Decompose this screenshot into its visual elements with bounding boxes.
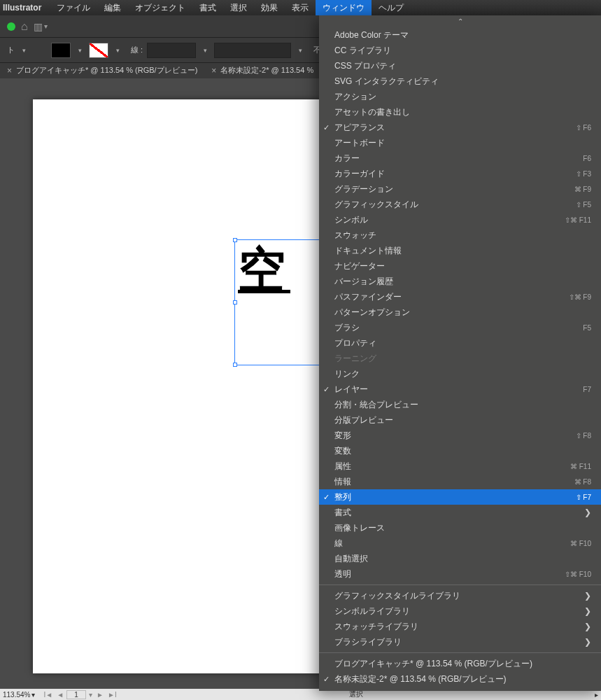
selection-handle[interactable] [233, 238, 237, 242]
menu-オブジェクト[interactable]: オブジェクト [128, 0, 192, 15]
close-tab-icon[interactable]: × [211, 66, 216, 76]
menu-item[interactable]: 属性⌘ F11 [319, 458, 601, 474]
brush-field[interactable] [214, 43, 291, 58]
menu-item[interactable]: 書式❯ [319, 505, 601, 520]
menu-item[interactable]: プロパティ [319, 335, 601, 351]
menu-item[interactable]: スウォッチ [319, 227, 601, 243]
document-tab[interactable]: ×ブログアイキャッチ* @ 113.54 % (RGB/プレビュー) [0, 63, 204, 78]
menu-item[interactable]: グラフィックスタイル⇧ F5 [319, 197, 601, 212]
menu-item[interactable]: ✓名称未設定-2* @ 113.54 % (RGB/プレビュー) [319, 671, 601, 687]
stroke-dropdown[interactable]: ▾ [113, 43, 122, 58]
menubar: Illustrator ファイル編集オブジェクト書式選択効果表示ウィンドウヘルプ [0, 0, 601, 15]
menu-item[interactable]: パスファインダー⇧⌘ F9 [319, 289, 601, 304]
menu-item-label: グラデーション [334, 183, 393, 195]
status-menu[interactable]: ▸ [595, 691, 598, 699]
menu-item[interactable]: 変数 [319, 443, 601, 458]
menu-item[interactable]: リンク [319, 366, 601, 382]
menu-item-label: 整列 [334, 491, 351, 503]
first-artboard-button[interactable]: I◄ [42, 691, 54, 699]
submenu-chevron-icon: ❯ [584, 507, 591, 517]
menu-scroll-up[interactable]: ⌃ [319, 15, 601, 27]
menu-item[interactable]: ドキュメント情報 [319, 243, 601, 258]
menu-item[interactable]: 透明⇧⌘ F10 [319, 566, 601, 582]
menu-item[interactable]: 変形⇧ F8 [319, 428, 601, 443]
home-icon[interactable]: ⌂ [21, 20, 28, 33]
stroke-swatch[interactable] [89, 43, 108, 58]
menu-item[interactable]: 分割・統合プレビュー [319, 397, 601, 412]
fill-swatch[interactable] [51, 43, 71, 58]
menu-item[interactable]: 画像トレース [319, 520, 601, 536]
menu-効果[interactable]: 効果 [254, 0, 285, 15]
menu-item-label: 画像トレース [334, 522, 385, 534]
last-artboard-button[interactable]: ►I [106, 691, 118, 699]
menu-編集[interactable]: 編集 [97, 0, 128, 15]
menu-item[interactable]: ブラシF5 [319, 320, 601, 335]
menu-選択[interactable]: 選択 [223, 0, 254, 15]
menu-item[interactable]: ✓アピアランス⇧ F6 [319, 120, 601, 135]
menu-item-label: スウォッチ [334, 230, 376, 241]
menu-item[interactable]: SVG インタラクティビティ [319, 74, 601, 89]
menu-item-label: ラーニング [334, 353, 376, 365]
submenu-chevron-icon: ❯ [584, 606, 591, 616]
document-tab[interactable]: ×名称未設定-2* @ 113.54 % [204, 63, 320, 78]
menu-item[interactable]: ✓整列⇧ F7 [319, 489, 601, 505]
close-tab-icon[interactable]: × [7, 66, 12, 76]
artboard-number[interactable]: 1 [66, 690, 86, 699]
menu-item[interactable]: シンボル⇧⌘ F11 [319, 212, 601, 227]
menu-item-label: Adobe Color テーマ [334, 29, 409, 41]
menu-ヘルプ[interactable]: ヘルプ [372, 0, 411, 15]
menu-item-label: 線 [334, 538, 343, 550]
artboard-dropdown[interactable]: ▾ [87, 691, 94, 699]
menu-item[interactable]: CSS プロパティ [319, 58, 601, 74]
brush-dropdown[interactable]: ▾ [295, 43, 305, 58]
dropdown-chevron[interactable]: ▾ [19, 43, 29, 58]
menu-item[interactable]: ナビゲーター [319, 258, 601, 274]
menu-item-label: SVG インタラクティビティ [334, 76, 439, 88]
text-object[interactable]: 空 [238, 245, 285, 293]
menu-shortcut: F7 [583, 386, 591, 393]
workspace-layout-button[interactable]: ▥ ▾ [34, 21, 48, 32]
menu-item[interactable]: 自動選択 [319, 551, 601, 566]
menu-item[interactable]: 情報⌘ F8 [319, 474, 601, 489]
selection-handle[interactable] [233, 363, 237, 367]
menu-書式[interactable]: 書式 [192, 0, 223, 15]
menu-item-label: 書式 [334, 507, 351, 519]
menu-item[interactable]: 線⌘ F10 [319, 536, 601, 551]
menu-item[interactable]: ブログアイキャッチ* @ 113.54 % (RGB/プレビュー) [319, 656, 601, 671]
menu-item[interactable]: グラフィックスタイルライブラリ❯ [319, 588, 601, 603]
stroke-label: 線 : [131, 45, 143, 55]
menu-item[interactable]: パターンオプション [319, 304, 601, 320]
window-menu-dropdown: ⌃ Adobe Color テーマCC ライブラリCSS プロパティSVG イン… [319, 15, 601, 691]
menu-shortcut: ⌘ F11 [570, 463, 591, 470]
fill-dropdown[interactable]: ▾ [75, 43, 85, 58]
menu-ファイル[interactable]: ファイル [50, 0, 97, 15]
menu-item[interactable]: カラーガイド⇧ F3 [319, 166, 601, 181]
menu-item[interactable]: バージョン履歴 [319, 274, 601, 289]
menu-item[interactable]: シンボルライブラリ❯ [319, 603, 601, 619]
menu-item[interactable]: ✓レイヤーF7 [319, 382, 601, 397]
menu-item[interactable]: Adobe Color テーマ [319, 27, 601, 43]
menu-shortcut: ⇧⌘ F9 [569, 293, 591, 301]
prev-artboard-button[interactable]: ◄ [55, 691, 65, 699]
menu-item[interactable]: アクション [319, 89, 601, 104]
menu-item[interactable]: カラーF6 [319, 150, 601, 166]
menu-shortcut: ⌘ F10 [570, 540, 591, 547]
menu-item[interactable]: スウォッチライブラリ❯ [319, 619, 601, 634]
menu-ウィンドウ[interactable]: ウィンドウ [316, 0, 372, 15]
zoom-level[interactable]: 113.54% ▾ [3, 691, 35, 699]
menu-item[interactable]: 分版プレビュー [319, 412, 601, 428]
menu-shortcut: F6 [583, 155, 591, 162]
menu-item[interactable]: アセットの書き出し [319, 104, 601, 120]
menu-表示[interactable]: 表示 [285, 0, 316, 15]
check-icon: ✓ [323, 123, 330, 132]
stroke-weight-field[interactable] [147, 43, 196, 58]
menu-item[interactable]: グラデーション⌘ F9 [319, 181, 601, 197]
menu-item[interactable]: ブラシライブラリ❯ [319, 634, 601, 650]
menu-item[interactable]: アートボード [319, 135, 601, 150]
next-artboard-button[interactable]: ► [95, 691, 105, 699]
menu-item[interactable]: CC ライブラリ [319, 43, 601, 58]
selection-handle[interactable] [233, 300, 237, 304]
window-close-dot[interactable] [7, 22, 15, 31]
stroke-weight-dropdown[interactable]: ▾ [200, 43, 210, 58]
menu-item-label: バージョン履歴 [334, 276, 393, 288]
